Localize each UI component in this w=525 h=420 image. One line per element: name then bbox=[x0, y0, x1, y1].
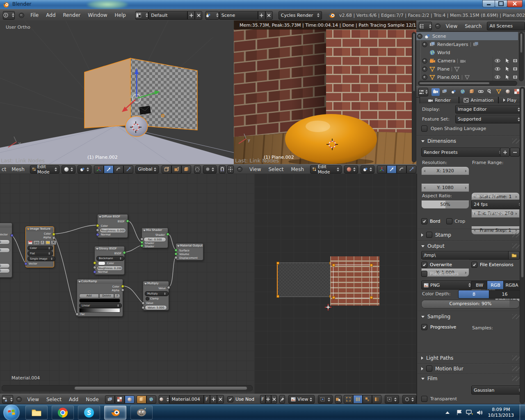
shading-select[interactable] bbox=[344, 165, 358, 173]
collapse-icon[interactable] bbox=[417, 34, 422, 39]
object-shader-button[interactable] bbox=[137, 395, 146, 404]
tab-object-data[interactable] bbox=[495, 88, 503, 96]
header-collapse-icon[interactable] bbox=[19, 13, 24, 18]
use-nodes-checkbox[interactable] bbox=[227, 396, 233, 402]
add-preset-button[interactable] bbox=[500, 148, 510, 157]
mode-select[interactable]: Edit Mode bbox=[30, 165, 59, 173]
projection-select[interactable]: Flat bbox=[27, 251, 53, 256]
distribution-select[interactable]: Beckmann bbox=[96, 256, 124, 261]
uv-face-on-image[interactable] bbox=[333, 265, 372, 298]
uv-vertex[interactable] bbox=[370, 264, 373, 267]
uv-vertex[interactable] bbox=[370, 296, 373, 299]
node-material-output[interactable]: Material Output Surface Volume Displacem… bbox=[176, 243, 203, 260]
add-stop-button[interactable]: Add bbox=[79, 294, 99, 298]
tab-modifiers[interactable] bbox=[486, 88, 494, 96]
value1-input-socket[interactable] bbox=[142, 301, 145, 305]
taskbar-gimp-button[interactable] bbox=[130, 406, 153, 420]
menu-help[interactable]: Help bbox=[111, 12, 130, 18]
color-input-socket[interactable] bbox=[96, 224, 99, 227]
alpha-output-socket[interactable] bbox=[121, 288, 124, 292]
start-button[interactable] bbox=[3, 404, 20, 420]
translate-manipulator-button[interactable] bbox=[387, 165, 397, 173]
surface-input-socket[interactable] bbox=[174, 249, 178, 252]
tab-world[interactable] bbox=[459, 88, 467, 96]
node-editor[interactable]: Vector 0.000 0.000 0.000 1.000 Image Tex… bbox=[0, 173, 255, 404]
delete-stop-button[interactable]: Delete bbox=[99, 294, 114, 298]
node-image-texture[interactable]: Image Texture Color Alpha jpg F Color Fl… bbox=[25, 226, 54, 267]
header-collapse-icon[interactable] bbox=[435, 23, 441, 29]
scale-manipulator-button[interactable] bbox=[406, 165, 416, 173]
tab-constraints[interactable] bbox=[477, 88, 485, 96]
taskbar-blender-button[interactable] bbox=[104, 406, 126, 420]
clock[interactable]: 8:09 PM 10/13/2013 bbox=[488, 407, 514, 418]
value2-input-socket[interactable] bbox=[142, 306, 145, 309]
action-center-flag-icon[interactable] bbox=[456, 410, 463, 415]
uv-vertex[interactable] bbox=[276, 262, 279, 265]
half-cube-icon[interactable] bbox=[171, 165, 181, 173]
manipulator-axis-icon[interactable] bbox=[377, 165, 387, 173]
file-extensions-checkbox[interactable] bbox=[471, 262, 477, 268]
snap-element-select[interactable] bbox=[203, 165, 217, 173]
scrollbar-thumb[interactable] bbox=[413, 33, 415, 91]
shader1-input-socket[interactable] bbox=[140, 241, 144, 244]
shading-select[interactable] bbox=[62, 165, 75, 173]
scrollbar-thumb[interactable] bbox=[419, 82, 490, 84]
pin-button[interactable] bbox=[279, 395, 285, 404]
placeholders-checkbox[interactable] bbox=[421, 271, 427, 277]
expand-icon[interactable] bbox=[422, 58, 427, 64]
overwrite-checkbox[interactable] bbox=[421, 262, 427, 268]
vector-input-socket[interactable] bbox=[24, 262, 27, 265]
operation-select[interactable]: Multiply bbox=[145, 291, 169, 296]
pivot-select[interactable] bbox=[361, 165, 374, 173]
value-slider[interactable]: Value: 5.000 bbox=[145, 305, 167, 310]
menu-add[interactable]: Add bbox=[65, 397, 82, 402]
uv-vertex[interactable] bbox=[332, 296, 335, 299]
render-engine-select[interactable]: Cycles Render bbox=[278, 11, 322, 20]
window-titlebar[interactable]: Blender bbox=[0, 0, 525, 9]
menu-file[interactable]: File bbox=[27, 12, 42, 18]
shader-nodes-button[interactable] bbox=[105, 395, 115, 404]
node-mix-shader[interactable]: Mix Shader Shader Fac: 0.500 Shader Shad… bbox=[142, 228, 168, 248]
shader2-input-socket[interactable] bbox=[140, 244, 144, 247]
node-colorramp[interactable]: ColorRamp Color Alpha Add Delete F Linea… bbox=[77, 279, 123, 317]
flip-button[interactable]: F bbox=[114, 294, 120, 298]
orientation-select[interactable]: Global bbox=[135, 165, 159, 173]
resolution-percentage-slider[interactable]: 50% bbox=[421, 200, 469, 209]
file-format-select[interactable]: PNG bbox=[421, 281, 473, 290]
uv-face-mode-button[interactable] bbox=[363, 395, 372, 404]
dimensions-panel-header[interactable]: Dimensions bbox=[421, 138, 521, 144]
resolution-x-field[interactable]: X: 1920 bbox=[421, 167, 469, 175]
roughness-slider[interactable]: Roughness: 0.000 bbox=[100, 228, 126, 233]
proportional-edit-select[interactable] bbox=[402, 395, 416, 404]
interpolation-select[interactable]: Linear bbox=[79, 303, 122, 308]
scale-manipulator-button[interactable] bbox=[123, 165, 133, 173]
maximize-button[interactable] bbox=[495, 0, 507, 7]
tab-scene[interactable] bbox=[450, 88, 458, 96]
outliner-hscrollbar[interactable] bbox=[418, 81, 517, 86]
clamp-checkbox[interactable] bbox=[146, 297, 149, 301]
image-name-field[interactable]: jpg bbox=[33, 240, 40, 245]
mapping-value-field[interactable]: 0.000 bbox=[0, 240, 10, 244]
fac-input-socket[interactable] bbox=[140, 237, 144, 241]
add-material-button[interactable] bbox=[210, 395, 217, 404]
color-input-socket[interactable] bbox=[93, 261, 96, 265]
feature-set-select[interactable]: Supported bbox=[455, 115, 523, 123]
material-nodes-button[interactable] bbox=[125, 395, 135, 404]
outliner-row-world[interactable]: World bbox=[416, 48, 518, 57]
manipulator-axis-icon[interactable] bbox=[94, 165, 104, 173]
mapping-value-field[interactable]: 1.000 bbox=[0, 268, 10, 273]
border-checkbox[interactable] bbox=[421, 218, 427, 224]
tab-object[interactable] bbox=[468, 88, 476, 96]
rgb-button[interactable]: RGB bbox=[487, 281, 504, 290]
tray-expand-icon[interactable] bbox=[445, 411, 450, 414]
menu-mesh[interactable]: Mesh bbox=[8, 167, 28, 172]
texture-nodes-button[interactable] bbox=[115, 395, 125, 404]
sphere-object[interactable] bbox=[126, 116, 148, 137]
remove-preset-button[interactable] bbox=[510, 148, 520, 157]
stamp-checkbox[interactable] bbox=[426, 232, 432, 238]
image-browse-icon[interactable] bbox=[27, 240, 33, 245]
node-glossy-bsdf[interactable]: Glossy BSDF BSDF Beckmann Color Roughnes… bbox=[94, 246, 125, 275]
outliner-row-renderlayers[interactable]: RenderLayers bbox=[416, 40, 518, 48]
tab-material[interactable] bbox=[504, 88, 512, 96]
close-button[interactable] bbox=[507, 0, 523, 7]
